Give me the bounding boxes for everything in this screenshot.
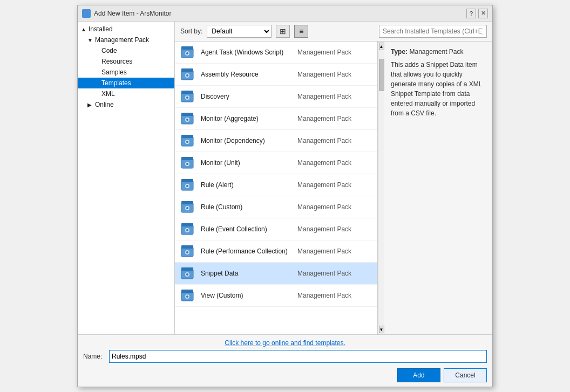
item-icon xyxy=(179,132,196,149)
item-type: Management Pack xyxy=(297,247,373,255)
item-name: Rule (Event Collection) xyxy=(201,225,293,233)
item-icon xyxy=(179,88,196,105)
add-button[interactable]: Add xyxy=(397,368,440,382)
item-type: Management Pack xyxy=(297,225,373,233)
expand-icon-online: ▶ xyxy=(87,102,93,108)
svg-point-31 xyxy=(186,207,188,209)
close-button[interactable]: ✕ xyxy=(478,9,488,18)
item-type: Management Pack xyxy=(297,49,373,56)
tree-item-management-pack[interactable]: ▼Management Pack xyxy=(78,35,174,45)
item-icon xyxy=(179,176,196,194)
list-item[interactable]: Monitor (Unit)Management Pack xyxy=(175,152,377,174)
sort-select[interactable]: DefaultNameType xyxy=(207,25,272,38)
item-icon xyxy=(179,154,196,171)
item-type: Management Pack xyxy=(297,181,373,189)
tree-item-xml[interactable]: XML xyxy=(78,88,174,99)
name-label: Name: xyxy=(83,353,105,360)
svg-point-43 xyxy=(186,273,188,276)
list-item[interactable]: Rule (Custom)Management Pack xyxy=(175,196,377,218)
list-item[interactable]: Rule (Alert)Management Pack xyxy=(175,174,377,196)
scrollbar-thumb[interactable] xyxy=(379,59,384,91)
tree-item-installed[interactable]: ▲Installed xyxy=(78,24,174,35)
content-area: ▲Installed▼Management PackCodeResourcesS… xyxy=(78,22,492,334)
tree-item-resources[interactable]: Resources xyxy=(78,56,174,67)
tree-label-installed: Installed xyxy=(89,25,113,33)
svg-point-27 xyxy=(186,185,188,187)
view-grid-button[interactable]: ⊞ xyxy=(276,25,290,38)
view-list-button[interactable]: ≡ xyxy=(294,25,308,38)
tree-label-xml: XML xyxy=(101,90,115,98)
svg-rect-41 xyxy=(181,267,193,271)
tree-panel: ▲Installed▼Management PackCodeResourcesS… xyxy=(78,22,175,334)
item-name: Monitor (Dependency) xyxy=(201,137,293,145)
scrollbar: ▲ ▼ xyxy=(378,42,384,334)
svg-point-3 xyxy=(186,52,188,54)
info-description: This adds a Snippet Data item that allow… xyxy=(391,60,486,118)
title-bar-controls: ? ✕ xyxy=(466,9,488,18)
tree-item-online[interactable]: ▶Online xyxy=(78,99,174,110)
item-icon xyxy=(179,221,196,238)
dialog-title: Add New Item - ArsMonitor xyxy=(94,10,171,17)
list-item[interactable]: View (Custom)Management Pack xyxy=(175,285,377,307)
item-name: View (Custom) xyxy=(201,292,293,299)
right-area: Sort by: DefaultNameType ⊞ ≡ Agent Task … xyxy=(175,22,492,334)
item-name: Agent Task (Windows Script) xyxy=(201,49,293,56)
svg-rect-45 xyxy=(181,290,193,293)
tree-label-samples: Samples xyxy=(101,68,127,76)
tree-label-templates: Templates xyxy=(101,79,131,87)
svg-rect-5 xyxy=(181,68,193,72)
item-icon xyxy=(179,265,196,282)
svg-rect-21 xyxy=(181,157,193,160)
online-link[interactable]: Click here to go online and find templat… xyxy=(83,339,487,347)
list-item[interactable]: DiscoveryManagement Pack xyxy=(175,86,377,108)
item-type: Management Pack xyxy=(297,203,373,211)
list-item[interactable]: Rule (Event Collection)Management Pack xyxy=(175,218,377,240)
item-icon xyxy=(179,198,196,216)
svg-rect-1 xyxy=(181,46,193,50)
sort-label: Sort by: xyxy=(180,27,202,35)
name-input[interactable] xyxy=(109,350,487,363)
item-type: Management Pack xyxy=(297,93,373,100)
list-item[interactable]: Snippet DataManagement Pack xyxy=(175,263,377,285)
svg-rect-37 xyxy=(181,245,193,249)
search-box xyxy=(379,25,487,38)
item-icon xyxy=(179,243,196,260)
tree-item-code[interactable]: Code xyxy=(78,45,174,56)
scroll-up-arrow[interactable]: ▲ xyxy=(379,43,384,50)
item-type: Management Pack xyxy=(297,270,373,277)
type-value: Management Pack xyxy=(409,48,463,56)
search-input[interactable] xyxy=(383,27,483,35)
svg-point-7 xyxy=(186,74,188,77)
add-new-item-dialog: Add New Item - ArsMonitor ? ✕ ▲Installed… xyxy=(77,5,493,387)
list-item[interactable]: Monitor (Dependency)Management Pack xyxy=(175,130,377,152)
svg-point-11 xyxy=(186,97,188,99)
item-name: Rule (Performance Collection) xyxy=(201,247,293,255)
item-type: Management Pack xyxy=(297,159,373,167)
tree-label-online: Online xyxy=(95,101,114,108)
svg-point-19 xyxy=(186,141,188,143)
item-name: Rule (Custom) xyxy=(201,203,293,211)
main-content: Agent Task (Windows Script)Management Pa… xyxy=(175,42,492,334)
svg-point-23 xyxy=(186,163,188,165)
list-item[interactable]: Assembly ResourceManagement Pack xyxy=(175,64,377,86)
item-icon xyxy=(179,66,196,83)
svg-rect-13 xyxy=(181,113,193,116)
svg-rect-17 xyxy=(181,135,193,138)
tree-item-templates[interactable]: Templates xyxy=(78,78,174,88)
toolbar: Sort by: DefaultNameType ⊞ ≡ xyxy=(175,22,492,42)
help-button[interactable]: ? xyxy=(466,9,476,18)
item-name: Monitor (Unit) xyxy=(201,159,293,167)
tree-item-samples[interactable]: Samples xyxy=(78,67,174,78)
list-item[interactable]: Agent Task (Windows Script)Management Pa… xyxy=(175,42,377,64)
info-panel: Type: Management Pack This adds a Snippe… xyxy=(384,42,492,334)
list-item[interactable]: Rule (Performance Collection)Management … xyxy=(175,240,377,263)
item-type: Management Pack xyxy=(297,115,373,122)
item-name: Snippet Data xyxy=(201,270,293,277)
tree-label-resources: Resources xyxy=(101,58,132,65)
item-name: Discovery xyxy=(201,93,293,100)
cancel-button[interactable]: Cancel xyxy=(444,368,487,382)
scroll-down-arrow[interactable]: ▼ xyxy=(379,326,384,333)
list-item[interactable]: Monitor (Aggregate)Management Pack xyxy=(175,108,377,130)
svg-point-15 xyxy=(186,119,188,121)
item-name: Rule (Alert) xyxy=(201,181,293,189)
